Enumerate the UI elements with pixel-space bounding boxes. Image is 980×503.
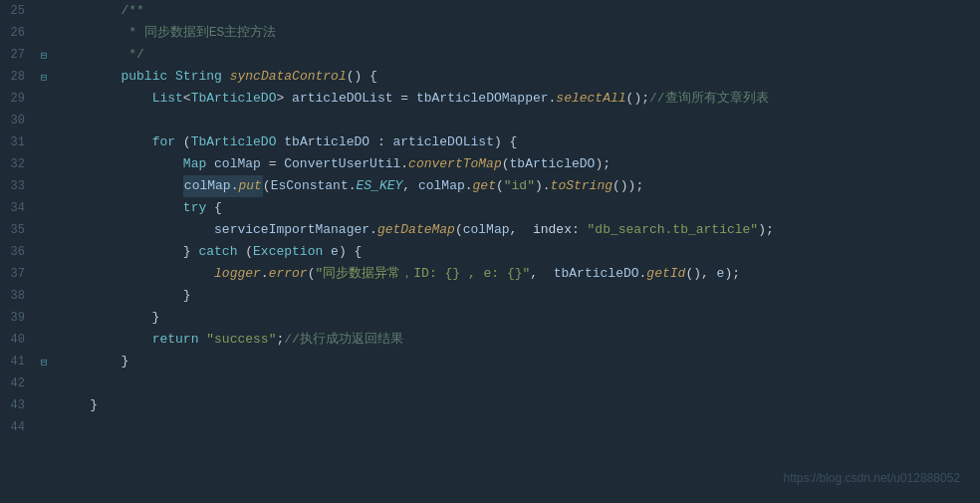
code-line-43: } (59, 394, 980, 416)
code-line-34: try { (59, 197, 980, 219)
gutter-fold-41[interactable]: ⊟ (35, 356, 53, 369)
code-line-25: /** (59, 0, 980, 22)
code-line-30 (59, 110, 980, 131)
code-line-38: } (59, 285, 980, 307)
line-num-25: 25 (0, 4, 35, 18)
line-num-37: 37 (0, 267, 35, 281)
line-num-27: 27 (0, 48, 35, 62)
code-line-31: for (TbArticleDO tbArticleDO : articleDO… (59, 131, 980, 153)
line-gutter: 25 26 27⊟ 28⊟ 29 30 31 32 33 34 35 36 37 (0, 0, 55, 503)
gutter-fold-27[interactable]: ⊟ (35, 49, 53, 62)
line-num-32: 32 (0, 157, 35, 171)
line-num-26: 26 (0, 26, 35, 40)
code-line-39: } (59, 307, 980, 329)
code-editor: 25 26 27⊟ 28⊟ 29 30 31 32 33 34 35 36 37 (0, 0, 980, 503)
line-num-35: 35 (0, 223, 35, 237)
code-content: /** * 同步数据到ES主控方法 */ public String syncD… (55, 0, 980, 503)
line-num-30: 30 (0, 114, 35, 127)
code-line-27: */ (59, 44, 980, 66)
line-num-43: 43 (0, 398, 35, 412)
gutter-fold-28[interactable]: ⊟ (35, 71, 53, 84)
code-line-28: public String syncDataControl() { (59, 66, 980, 88)
line-num-39: 39 (0, 311, 35, 325)
code-line-35: serviceImportManager.getDateMap(colMap, … (59, 219, 980, 241)
code-line-29: List<TbArticleDO> articleDOList = tbArti… (59, 88, 980, 110)
code-line-32: Map colMap = ConvertUserUtil.convertToMa… (59, 153, 980, 175)
line-num-29: 29 (0, 92, 35, 106)
line-num-42: 42 (0, 377, 35, 390)
code-line-42 (59, 373, 980, 394)
line-num-36: 36 (0, 245, 35, 259)
line-num-40: 40 (0, 333, 35, 347)
code-line-36: } catch (Exception e) { (59, 241, 980, 263)
watermark: https://blog.csdn.net/u012888052 (784, 471, 960, 485)
line-num-38: 38 (0, 289, 35, 303)
line-num-41: 41 (0, 355, 35, 369)
code-line-40: return "success";//执行成功返回结果 (59, 329, 980, 351)
code-container: 25 26 27⊟ 28⊟ 29 30 31 32 33 34 35 36 37 (0, 0, 980, 503)
code-line-44 (59, 416, 980, 438)
line-num-31: 31 (0, 135, 35, 149)
line-num-33: 33 (0, 179, 35, 193)
code-line-37: logger.error("同步数据异常，ID: {} , e: {}", tb… (59, 263, 980, 285)
code-line-41: } (59, 351, 980, 373)
line-num-34: 34 (0, 201, 35, 215)
line-num-28: 28 (0, 70, 35, 84)
code-line-26: * 同步数据到ES主控方法 (59, 22, 980, 44)
code-line-33: colMap.put(EsConstant.ES_KEY, colMap.get… (59, 175, 980, 197)
line-num-44: 44 (0, 420, 35, 434)
